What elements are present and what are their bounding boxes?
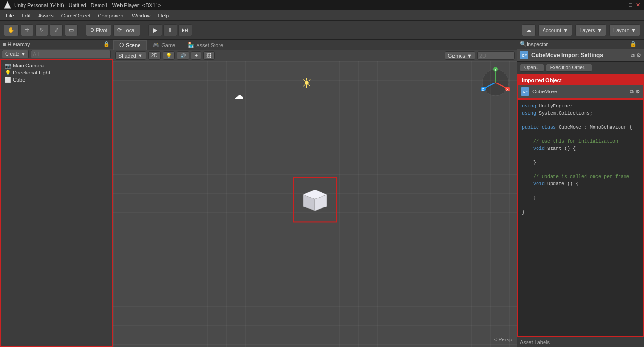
- scene-toolbar: Shaded ▼ 2D 💡 🔊 ✦ 🖼 Gizmos ▼: [113, 50, 517, 61]
- account-chevron-icon: ▼: [563, 27, 568, 33]
- asset-labels-bar: Asset Labels: [517, 337, 644, 347]
- inspector-script-title: CubeMove Import Settings: [531, 52, 603, 58]
- hierarchy-toolbar: Create ▼: [0, 49, 113, 59]
- script-item-cubemove[interactable]: C# CubeMove ⧉ ⚙: [518, 85, 643, 98]
- hierarchy-list: 📷 Main Camera 💡 Directional Light ⬜ Cube: [0, 59, 113, 347]
- hierarchy-item-main-camera[interactable]: 📷 Main Camera: [3, 62, 110, 69]
- main-area: ≡ Hierarchy 🔒 Create ▼ 📷 Main Camera 💡 D…: [0, 40, 644, 347]
- hierarchy-item-directional-light[interactable]: 💡 Directional Light: [3, 69, 110, 76]
- script-settings-icon[interactable]: ⚙: [636, 89, 640, 95]
- light-icon: 💡: [5, 70, 11, 75]
- scene-search-input[interactable]: [477, 51, 515, 60]
- inspector-title-row: C# CubeMove Import Settings ⧉ ⚙: [517, 49, 644, 62]
- hierarchy-lock-icon[interactable]: 🔒: [103, 41, 110, 47]
- hierarchy-create-btn[interactable]: Create ▼: [2, 50, 29, 58]
- rotate-tool-btn[interactable]: ↻: [35, 24, 48, 36]
- scene-tab-bar: ⬡ Scene 🎮 Game 🏪 Asset Store: [113, 40, 517, 50]
- toolbar-separator-1: [82, 24, 82, 36]
- step-btn[interactable]: ⏭: [178, 24, 192, 36]
- account-dropdown[interactable]: Account ▼: [538, 24, 573, 36]
- scene-light-btn[interactable]: 💡: [163, 51, 175, 60]
- scene-image-btn[interactable]: 🖼: [203, 51, 215, 60]
- titlebar: Unity Personal (64bit) - Untitled - Demo…: [0, 0, 644, 10]
- scene-audio-btn[interactable]: 🔊: [177, 51, 189, 60]
- cloud-icon: ☁: [234, 90, 244, 101]
- maximize-btn[interactable]: □: [629, 2, 632, 8]
- svg-text:Z: Z: [482, 88, 484, 91]
- open-btn[interactable]: Open...: [520, 64, 544, 72]
- scene-fx-btn[interactable]: ✦: [191, 51, 201, 60]
- 2d-btn[interactable]: 2D: [148, 51, 161, 60]
- cube-container[interactable]: [293, 177, 337, 222]
- hierarchy-search-input[interactable]: [31, 50, 111, 58]
- persp-label: < Persp: [494, 337, 512, 342]
- tab-scene[interactable]: ⬡ Scene: [113, 40, 147, 50]
- pause-btn[interactable]: ⏸: [163, 24, 177, 36]
- menu-component[interactable]: Component: [94, 12, 128, 19]
- play-btn[interactable]: ▶: [148, 24, 162, 36]
- svg-text:X: X: [506, 88, 509, 91]
- local-btn[interactable]: ⟳ Local: [113, 24, 140, 36]
- scene-gizmo: Y X Z: [479, 66, 512, 99]
- rect-tool-btn[interactable]: ▭: [65, 24, 78, 36]
- move-tool-btn[interactable]: ✛: [21, 24, 33, 36]
- toolbar-separator-2: [144, 24, 144, 36]
- game-tab-icon: 🎮: [153, 42, 159, 48]
- svg-text:Y: Y: [495, 68, 497, 71]
- script-cs-icon: C#: [520, 51, 528, 59]
- minimize-btn[interactable]: ─: [622, 2, 626, 8]
- imported-object-header: Imported Object: [518, 75, 643, 85]
- menu-edit[interactable]: Edit: [18, 12, 34, 19]
- menu-file[interactable]: File: [2, 12, 18, 19]
- tab-asset-store[interactable]: 🏪 Asset Store: [182, 40, 229, 50]
- layers-chevron-icon: ▼: [597, 27, 602, 33]
- menu-gameobject[interactable]: GameObject: [58, 12, 94, 19]
- settings-icon[interactable]: ⚙: [636, 52, 641, 58]
- center-panel: ⬡ Scene 🎮 Game 🏪 Asset Store Shaded ▼ 2D…: [113, 40, 517, 347]
- shaded-dropdown[interactable]: Shaded ▼: [115, 51, 146, 60]
- hand-tool-btn[interactable]: ✋: [4, 24, 19, 36]
- local-icon: ⟳: [117, 27, 122, 33]
- cloud-btn[interactable]: ☁: [522, 24, 536, 36]
- code-preview: using UnityEngine; using System.Collecti…: [517, 99, 644, 337]
- layout-dropdown[interactable]: Layout ▼: [609, 24, 640, 36]
- inspector-title: Inspector: [527, 41, 548, 47]
- unity-icon: [4, 1, 11, 9]
- gizmos-chevron-icon: ▼: [467, 53, 472, 58]
- menu-assets[interactable]: Assets: [34, 12, 58, 19]
- inspector-icon: 🔍: [520, 41, 527, 47]
- inspector-lock-icon[interactable]: 🔒: [630, 41, 636, 47]
- inspector-menu-icon[interactable]: ≡: [638, 41, 641, 47]
- cube-svg: [298, 182, 331, 215]
- inspector-panel: 🔍 Inspector 🔒 ≡ C# CubeMove Import Setti…: [517, 40, 644, 347]
- layers-dropdown[interactable]: Layers ▼: [575, 24, 606, 36]
- execution-order-btn[interactable]: Execution Order...: [546, 64, 592, 72]
- script-file-icon: C#: [521, 87, 529, 96]
- store-tab-icon: 🏪: [188, 42, 194, 48]
- menubar: File Edit Assets GameObject Component Wi…: [0, 10, 644, 21]
- script-name: CubeMove: [532, 89, 557, 94]
- hierarchy-icon: ≡: [3, 41, 6, 47]
- hierarchy-header: ≡ Hierarchy 🔒: [0, 40, 113, 49]
- cube-selection-box: [293, 177, 337, 222]
- scene-view[interactable]: ☀ ☁: [113, 61, 517, 347]
- gizmos-dropdown[interactable]: Gizmos ▼: [445, 51, 475, 60]
- layout-chevron-icon: ▼: [631, 27, 636, 33]
- copy-icon[interactable]: ⧉: [631, 52, 635, 58]
- cube-icon: ⬜: [5, 77, 11, 83]
- scale-tool-btn[interactable]: ⤢: [50, 24, 63, 36]
- close-btn[interactable]: ✕: [636, 2, 640, 8]
- pivot-icon: ⊕: [90, 27, 94, 33]
- hierarchy-panel: ≡ Hierarchy 🔒 Create ▼ 📷 Main Camera 💡 D…: [0, 40, 113, 347]
- imported-object-section: Imported Object C# CubeMove ⧉ ⚙: [517, 74, 644, 99]
- script-copy-icon[interactable]: ⧉: [630, 89, 634, 95]
- menu-window[interactable]: Window: [128, 12, 154, 19]
- scene-tab-icon: ⬡: [119, 42, 124, 48]
- hierarchy-title: Hierarchy: [8, 41, 30, 47]
- inspector-action-bar: Open... Execution Order...: [517, 62, 644, 74]
- sun-icon: ☀: [301, 75, 313, 91]
- tab-game[interactable]: 🎮 Game: [147, 40, 182, 50]
- pivot-btn[interactable]: ⊕ Pivot: [86, 24, 111, 36]
- hierarchy-item-cube[interactable]: ⬜ Cube: [3, 76, 110, 83]
- menu-help[interactable]: Help: [154, 12, 173, 19]
